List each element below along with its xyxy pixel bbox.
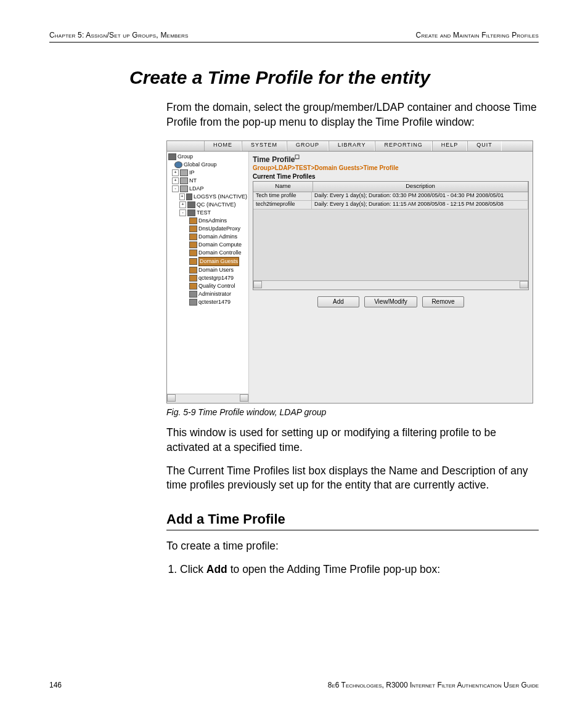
lead-text: To create a time profile:: [166, 539, 539, 554]
expander-icon[interactable]: +: [179, 201, 186, 208]
tree-nt[interactable]: NT: [189, 177, 197, 185]
expander-icon[interactable]: +: [172, 177, 179, 184]
steps-list: Click Add to open the Adding Time Profil…: [166, 562, 539, 577]
step-text: Click: [180, 563, 206, 575]
tree-item[interactable]: Quality Control: [198, 282, 235, 290]
user-icon: [189, 299, 197, 306]
tree-root[interactable]: Group: [178, 153, 193, 161]
scroll-left-icon[interactable]: [167, 394, 176, 402]
col-name[interactable]: Name: [253, 182, 313, 192]
group-icon: [189, 225, 197, 232]
tree-global-group[interactable]: Global Group: [184, 161, 217, 169]
menu-system[interactable]: SYSTEM: [242, 141, 287, 151]
tree-ldap[interactable]: LDAP: [189, 185, 204, 193]
network-icon: [180, 169, 188, 176]
menu-library[interactable]: LIBRARY: [329, 141, 375, 151]
domain-icon: [187, 201, 195, 208]
group-icon: [189, 283, 197, 290]
network-icon: [180, 185, 188, 192]
tree-test[interactable]: TEST: [197, 209, 211, 217]
header-left: Chapter 5: Assign/Set up Groups, Members: [49, 31, 189, 39]
group-icon: [189, 233, 197, 240]
expander-icon[interactable]: -: [179, 209, 186, 216]
tree-item[interactable]: Administrator: [198, 290, 231, 298]
menu-home[interactable]: HOME: [204, 141, 242, 151]
group-icon: [189, 241, 197, 248]
domain-icon: [187, 209, 195, 216]
tree-item-selected[interactable]: Domain Guests: [198, 257, 239, 266]
breadcrumb: Group>LDAP>TEST>Domain Guests>Time Profi…: [253, 164, 529, 171]
group-icon: [189, 217, 197, 224]
user-icon: [189, 291, 197, 298]
expander-icon[interactable]: +: [172, 169, 179, 176]
menu-reporting[interactable]: REPORTING: [375, 141, 431, 151]
group-icon: [189, 258, 197, 265]
tree-scrollbar[interactable]: [167, 394, 248, 403]
page-number: 146: [49, 681, 62, 689]
group-icon: [189, 267, 197, 274]
col-description[interactable]: Description: [313, 182, 528, 192]
page-footer: 146 8e6 Technologies, R3000 Internet Fil…: [49, 681, 539, 689]
tree-item[interactable]: qctester1479: [198, 298, 231, 306]
section-title: Create a Time Profile for the entity: [129, 67, 539, 88]
content-pane: Time Profile☐ Group>LDAP>TEST>Domain Gue…: [249, 152, 533, 403]
current-time-profiles-list: Name Description Tech time profile Daily…: [253, 181, 529, 290]
expander-icon[interactable]: -: [172, 185, 179, 192]
list-scrollbar[interactable]: [253, 280, 528, 290]
cell-name: tech2timeprofile: [253, 201, 312, 209]
tree-pane: Group Global Group +IP +NT -LDAP +LOGSYS…: [167, 152, 249, 403]
doc-title: 8e6 Technologies, R3000 Internet Filter …: [328, 681, 539, 689]
panel-label: Current Time Profiles: [253, 173, 529, 180]
cell-desc: Daily: Every 1 day(s); Duration: 03:30 P…: [312, 192, 528, 200]
table-row[interactable]: tech2timeprofile Daily: Every 1 day(s); …: [253, 201, 528, 209]
page-header: Chapter 5: Assign/Set up Groups, Members…: [49, 31, 539, 43]
globe-icon: [174, 161, 182, 168]
paragraph: This window is used for setting up or mo…: [166, 426, 539, 455]
figure-caption: Fig. 5-9 Time Profile window, LDAP group: [166, 407, 533, 417]
figure-time-profile: HOME SYSTEM GROUP LIBRARY REPORTING HELP…: [166, 140, 533, 417]
list-header: Name Description: [253, 182, 528, 192]
group-icon: [168, 153, 176, 160]
group-icon: [189, 249, 197, 256]
expander-icon[interactable]: +: [179, 193, 185, 200]
tree-item[interactable]: Domain Controlle: [198, 249, 242, 257]
scroll-left-icon[interactable]: [253, 281, 262, 288]
domain-icon: [186, 193, 192, 200]
menubar: HOME SYSTEM GROUP LIBRARY REPORTING HELP…: [167, 141, 533, 152]
subsection-title: Add a Time Profile: [166, 511, 539, 527]
tree-ip[interactable]: IP: [189, 169, 195, 177]
tree-item[interactable]: Domain Compute: [198, 241, 242, 249]
scroll-right-icon[interactable]: [520, 281, 528, 288]
tree-item[interactable]: DnsAdmins: [198, 217, 227, 225]
menu-help[interactable]: HELP: [432, 141, 468, 151]
tree-qc[interactable]: QC (INACTIVE): [197, 201, 236, 209]
menu-group[interactable]: GROUP: [287, 141, 329, 151]
add-button[interactable]: Add: [317, 296, 359, 307]
step-text: to open the Adding Time Profile pop-up b…: [227, 563, 440, 575]
tree[interactable]: Group Global Group +IP +NT -LDAP +LOGSYS…: [167, 152, 248, 394]
header-right: Create and Maintain Filtering Profiles: [416, 31, 539, 39]
intro-paragraph: From the domain, select the group/member…: [166, 100, 539, 129]
tree-item[interactable]: Domain Admins: [198, 233, 237, 241]
menu-quit[interactable]: QUIT: [467, 141, 502, 151]
app-window: HOME SYSTEM GROUP LIBRARY REPORTING HELP…: [166, 140, 533, 404]
panel-title: Time Profile: [253, 155, 295, 164]
cell-desc: Daily: Every 1 day(s); Duration: 11:15 A…: [312, 201, 528, 209]
view-modify-button[interactable]: View/Modify: [364, 296, 417, 307]
cell-name: Tech time profile: [253, 192, 312, 200]
tree-logsys[interactable]: LOGSYS (INACTIVE): [194, 193, 247, 201]
rule: [166, 530, 539, 530]
tree-item[interactable]: DnsUpdateProxy: [198, 225, 240, 233]
scroll-right-icon[interactable]: [240, 394, 248, 402]
tree-item[interactable]: qctestgrp1479: [198, 274, 234, 282]
paragraph: The Current Time Profiles list box displ…: [166, 464, 539, 493]
group-icon: [189, 275, 197, 282]
table-row[interactable]: Tech time profile Daily: Every 1 day(s);…: [253, 192, 528, 201]
step-bold: Add: [206, 563, 227, 575]
tree-item[interactable]: Domain Users: [198, 266, 234, 274]
remove-button[interactable]: Remove: [422, 296, 464, 307]
step-item: Click Add to open the Adding Time Profil…: [180, 562, 539, 577]
network-icon: [180, 177, 188, 184]
